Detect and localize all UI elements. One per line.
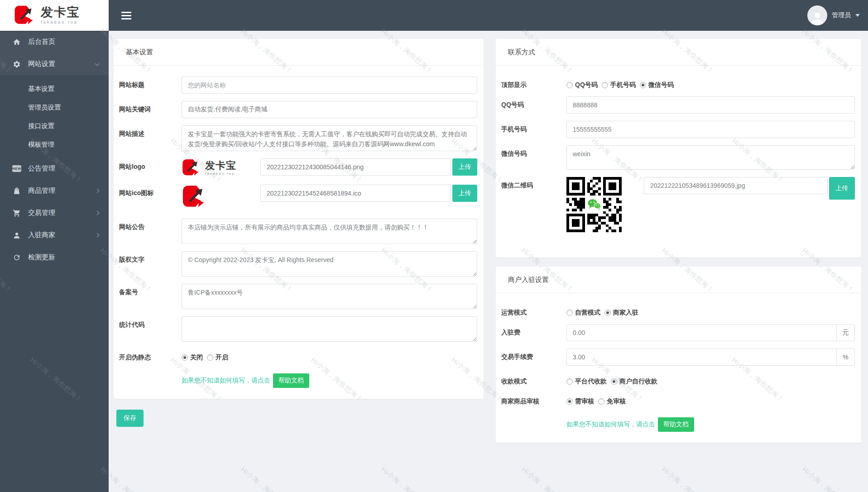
stats-code-textarea[interactable] bbox=[182, 316, 477, 342]
copyright-textarea[interactable]: © Copyright 2022-2023 发卡宝, All Rights Re… bbox=[182, 251, 477, 277]
shopping-bag-icon bbox=[12, 187, 21, 195]
collection-mode-row: 收款模式 平台代收款商户自行收款 bbox=[501, 373, 855, 386]
save-button[interactable]: 保存 bbox=[116, 410, 144, 427]
qq-input[interactable] bbox=[566, 96, 855, 114]
phone-input[interactable] bbox=[566, 121, 855, 138]
sidebar-item-admin-settings[interactable]: 管理员设置 bbox=[0, 98, 109, 117]
notice-textarea[interactable]: 本店铺为演示店铺，所有展示的商品均非真实商品，仅供填充数据用，请勿购买！！！ bbox=[182, 219, 477, 244]
help-link[interactable]: 如果您不知道如何填写，请点击 bbox=[182, 377, 270, 385]
field-label: 微信号码 bbox=[501, 145, 566, 170]
sidebar-item-api-settings[interactable]: 接口设置 bbox=[0, 117, 109, 135]
entry-fee-input[interactable] bbox=[566, 324, 837, 341]
home-icon bbox=[12, 38, 21, 46]
sidebar-item-site-settings[interactable]: 网站设置 bbox=[0, 53, 109, 75]
logo-upload-button[interactable]: 上传 bbox=[452, 158, 477, 176]
ico-upload-button[interactable]: 上传 bbox=[452, 185, 477, 202]
wechat-textarea[interactable]: weixin bbox=[566, 145, 855, 170]
avatar[interactable] bbox=[807, 5, 827, 25]
panel-title-basic: 基本设置 bbox=[114, 39, 484, 66]
sidebar-item-announcements[interactable]: NEW 公告管理 bbox=[0, 158, 109, 180]
sidebar-item-products[interactable]: 商品管理 bbox=[0, 180, 109, 202]
field-label: 开启伪静态 bbox=[119, 349, 182, 362]
description-textarea[interactable]: 发卡宝是一套功能强大的卡密寄售系统，无需人工值守，客户在线购买即可自动完成交易。… bbox=[182, 125, 477, 151]
gear-icon bbox=[12, 60, 21, 68]
app-logo[interactable]: 发卡宝 fakabao.top bbox=[0, 0, 109, 31]
chevron-right-icon bbox=[95, 233, 100, 238]
radio-option[interactable]: 自营模式 bbox=[566, 309, 600, 317]
radio-selected-icon[interactable] bbox=[604, 310, 611, 316]
radio-unselected-icon[interactable] bbox=[566, 82, 573, 88]
notice-row: 网站公告 本店铺为演示店铺，所有展示的商品均非真实商品，仅供填充数据用，请勿购买… bbox=[119, 219, 477, 244]
logo-preview-title: 发卡宝 bbox=[205, 161, 236, 171]
radio-unselected-icon[interactable] bbox=[566, 310, 573, 316]
radio-selected-icon[interactable] bbox=[640, 82, 646, 88]
radio-unselected-icon[interactable] bbox=[207, 354, 213, 361]
radio-unselected-icon[interactable] bbox=[566, 378, 573, 385]
help-link[interactable]: 如果您不知道如何填写，请点击 bbox=[566, 420, 655, 429]
brand-title: 发卡宝 bbox=[41, 6, 80, 19]
radio-unselected-icon[interactable] bbox=[598, 398, 604, 405]
user-menu[interactable]: 管理员 bbox=[807, 5, 860, 25]
radio-option[interactable]: 关闭 bbox=[182, 353, 203, 362]
keywords-input[interactable] bbox=[182, 101, 477, 118]
top-display-radio-group: QQ号码手机号码微信号码 bbox=[566, 76, 855, 89]
ico-filename-input[interactable] bbox=[260, 185, 451, 202]
radio-selected-icon[interactable] bbox=[566, 398, 573, 405]
hamburger-menu-icon[interactable] bbox=[120, 9, 133, 22]
site-logo-row: 网站logo 发卡宝 fakabao.top 上传 bbox=[119, 158, 477, 177]
cart-icon bbox=[12, 209, 21, 217]
radio-option[interactable]: 平台代收款 bbox=[566, 377, 607, 386]
main-content: 基本设置 网站标题 网站关键词 网站描述 发 bbox=[109, 31, 868, 492]
field-label: 网站ico图标 bbox=[119, 185, 182, 211]
logo-filename-input[interactable] bbox=[260, 158, 451, 176]
sidebar-item-label: 入驻商家 bbox=[28, 231, 55, 239]
refresh-icon bbox=[12, 253, 21, 262]
merchant-settings-panel: 商户入驻设置 运营模式 自营模式商家入驻 入驻费 元 交 bbox=[496, 267, 861, 443]
entry-fee-row: 入驻费 元 bbox=[501, 324, 855, 341]
qr-filename-input[interactable] bbox=[644, 177, 828, 194]
radio-option[interactable]: 商家入驻 bbox=[604, 309, 638, 317]
site-ico-row: 网站ico图标 上传 bbox=[119, 185, 477, 211]
radio-option[interactable]: 微信号码 bbox=[640, 81, 674, 89]
radio-option[interactable]: 开启 bbox=[207, 353, 228, 362]
radio-option-label: 微信号码 bbox=[648, 81, 674, 89]
radio-option-label: 关闭 bbox=[190, 353, 203, 362]
field-label: 交易手续费 bbox=[501, 349, 566, 366]
help-doc-button[interactable]: 帮助文档 bbox=[273, 373, 309, 388]
sidebar-item-label: 商品管理 bbox=[28, 186, 55, 195]
field-label: 手机号码 bbox=[501, 121, 566, 138]
radio-option[interactable]: 需审核 bbox=[566, 397, 594, 406]
sidebar-item-basic-settings[interactable]: 基本设置 bbox=[0, 80, 109, 98]
radio-option[interactable]: 商户自行收款 bbox=[611, 377, 657, 386]
sidebar: 后台首页 网站设置 基本设置 管理员设置 接口设置 模板管理 bbox=[0, 0, 109, 492]
sidebar-item-orders[interactable]: 交易管理 bbox=[0, 202, 109, 224]
icp-textarea[interactable]: 鲁ICP备xxxxxxxx号 bbox=[182, 284, 477, 309]
caret-down-icon bbox=[855, 14, 860, 17]
radio-option-label: 商家入驻 bbox=[613, 309, 638, 317]
sidebar-item-check-update[interactable]: 检测更新 bbox=[0, 246, 109, 268]
description-row: 网站描述 发卡宝是一套功能强大的卡密寄售系统，无需人工值守，客户在线购买即可自动… bbox=[119, 125, 477, 151]
radio-unselected-icon[interactable] bbox=[602, 82, 608, 88]
sidebar-item-label: 交易管理 bbox=[28, 209, 55, 217]
radio-selected-icon[interactable] bbox=[611, 378, 617, 385]
radio-option[interactable]: 免审核 bbox=[598, 397, 626, 406]
sidebar-item-merchants[interactable]: 入驻商家 bbox=[0, 224, 109, 246]
operation-mode-row: 运营模式 自营模式商家入驻 bbox=[501, 304, 855, 317]
radio-option[interactable]: 手机号码 bbox=[602, 81, 636, 89]
help-doc-button[interactable]: 帮助文档 bbox=[658, 417, 694, 432]
sidebar-item-template-manage[interactable]: 模板管理 bbox=[0, 135, 109, 154]
wechat-qr-image bbox=[566, 177, 622, 232]
radio-selected-icon[interactable] bbox=[182, 354, 188, 361]
qr-upload-button[interactable]: 上传 bbox=[829, 177, 855, 200]
stats-code-row: 统计代码 bbox=[119, 316, 477, 342]
commission-input[interactable] bbox=[566, 349, 837, 366]
field-label: 运营模式 bbox=[501, 304, 566, 317]
new-badge-icon: NEW bbox=[12, 165, 21, 172]
radio-option-label: 手机号码 bbox=[610, 81, 636, 89]
radio-option-label: 需审核 bbox=[575, 397, 594, 406]
sidebar-item-dashboard[interactable]: 后台首页 bbox=[0, 31, 109, 53]
radio-option-label: 商户自行收款 bbox=[619, 377, 657, 386]
field-label: 微信二维码 bbox=[501, 177, 566, 232]
site-title-input[interactable] bbox=[182, 76, 477, 94]
radio-option[interactable]: QQ号码 bbox=[566, 81, 598, 89]
